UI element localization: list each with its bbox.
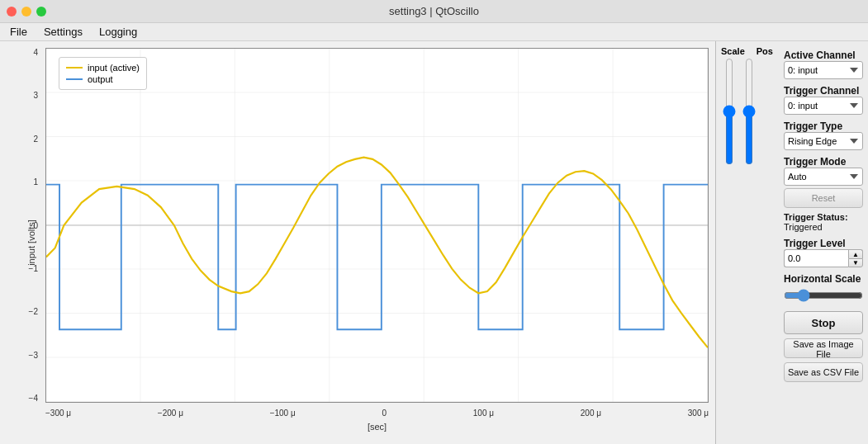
close-button[interactable] — [7, 7, 17, 17]
y-tick-0: 0 — [33, 221, 38, 230]
menu-file[interactable]: File — [3, 24, 34, 40]
x-tick-3: 0 — [382, 409, 387, 418]
y-tick-3: 3 — [33, 91, 38, 100]
maximize-button[interactable] — [36, 7, 46, 17]
y-tick-n2: −2 — [29, 307, 38, 316]
legend-input-line — [66, 67, 83, 68]
trigger-level-up[interactable]: ▲ — [848, 249, 863, 258]
scale-slider-section: Scale Pos — [721, 46, 779, 382]
chart-legend: input (active) output — [59, 57, 147, 90]
legend-output: output — [66, 74, 140, 84]
y-tick-1: 1 — [33, 177, 38, 187]
reset-button[interactable]: Reset — [784, 188, 863, 208]
scale-slider[interactable] — [721, 58, 738, 165]
trigger-type-label: Trigger Type — [784, 120, 863, 132]
horiz-scale-slider[interactable] — [784, 288, 863, 303]
scale-pos-section: Scale Pos Active Channel 0: input 1: out… — [721, 46, 863, 382]
pos-slider[interactable] — [741, 58, 757, 165]
y-tick-4: 4 — [33, 48, 38, 57]
x-tick-1: −200 μ — [158, 409, 183, 418]
trigger-mode-label: Trigger Mode — [784, 156, 863, 168]
trigger-level-section: Trigger Level ▲ ▼ — [784, 234, 863, 267]
active-channel-label: Active Channel — [784, 50, 863, 61]
x-tick-0: −300 μ — [45, 409, 71, 418]
horiz-scale-section: Horizontal Scale — [784, 270, 863, 305]
x-tick-6: 300 μ — [688, 409, 709, 418]
right-panel: Scale Pos Active Channel 0: input 1: out… — [715, 41, 868, 444]
x-tick-4: 100 μ — [473, 409, 494, 418]
trigger-type-select[interactable]: Rising Edge Falling Edge Either Edge — [784, 132, 863, 150]
trigger-level-down[interactable]: ▼ — [848, 258, 863, 267]
trigger-status-value: Triggered — [784, 222, 823, 232]
x-tick-2: −100 μ — [270, 409, 296, 418]
trigger-level-label: Trigger Level — [784, 238, 863, 249]
chart-container: input (active) output — [45, 48, 709, 403]
window-title: setting3 | QtOscillo — [389, 5, 479, 17]
trigger-channel-label: Trigger Channel — [784, 85, 863, 97]
y-tick-n4: −4 — [29, 394, 38, 403]
chart-svg — [46, 49, 708, 402]
horiz-scale-label: Horizontal Scale — [784, 273, 863, 285]
scale-label: Scale — [721, 46, 745, 56]
save-csv-button[interactable]: Save as CSV File — [784, 362, 863, 382]
trigger-mode-select[interactable]: Auto Normal Single — [784, 168, 863, 186]
trigger-type-section: Trigger Type Rising Edge Falling Edge Ei… — [784, 117, 863, 150]
y-tick-n1: −1 — [29, 264, 38, 273]
trigger-status: Trigger Status: Triggered — [784, 212, 863, 232]
pos-label: Pos — [757, 46, 773, 56]
stop-button[interactable]: Stop — [784, 311, 863, 334]
legend-input-label: input (active) — [88, 63, 140, 73]
title-bar-buttons — [7, 7, 46, 17]
menu-bar: File Settings Logging — [0, 23, 868, 41]
trigger-level-spin: ▲ ▼ — [784, 249, 863, 267]
trigger-channel-section: Trigger Channel 0: input 1: output — [784, 82, 863, 115]
trigger-status-label: Trigger Status: — [784, 212, 848, 222]
legend-output-label: output — [88, 74, 113, 84]
y-tick-labels: 4 3 2 1 0 −1 −2 −3 −4 — [0, 48, 41, 403]
y-tick-n3: −3 — [29, 351, 38, 360]
menu-logging[interactable]: Logging — [92, 24, 144, 40]
save-image-button[interactable]: Save as Image File — [784, 338, 863, 358]
minimize-button[interactable] — [21, 7, 31, 17]
title-bar: setting3 | QtOscillo — [0, 0, 868, 23]
trigger-level-input[interactable] — [784, 249, 848, 267]
controls-section: Active Channel 0: input 1: output Trigge… — [784, 46, 863, 382]
active-channel-select[interactable]: 0: input 1: output — [784, 61, 863, 79]
x-tick-labels: −300 μ −200 μ −100 μ 0 100 μ 200 μ 300 μ — [45, 409, 709, 418]
trigger-mode-section: Trigger Mode Auto Normal Single — [784, 153, 863, 186]
trigger-channel-select[interactable]: 0: input 1: output — [784, 97, 863, 115]
y-tick-2: 2 — [33, 135, 38, 144]
x-axis-label: [sec] — [45, 421, 709, 432]
menu-settings[interactable]: Settings — [37, 24, 89, 40]
x-tick-5: 200 μ — [581, 409, 601, 418]
legend-input: input (active) — [66, 63, 140, 73]
legend-output-line — [66, 78, 83, 80]
active-channel-section: Active Channel 0: input 1: output — [784, 46, 863, 79]
